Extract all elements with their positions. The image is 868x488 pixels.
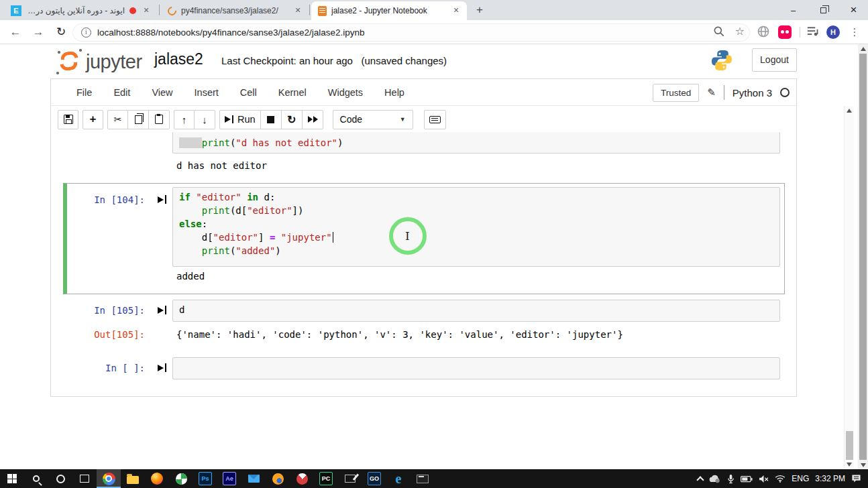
- run-cell-icon[interactable]: [158, 363, 166, 372]
- tab-evand[interactable]: E ایوند - دوره آنلاین پایتون در بازا ×: [4, 1, 157, 20]
- logout-button[interactable]: Logout: [752, 48, 797, 72]
- taskbar-mail[interactable]: [241, 469, 266, 488]
- action-center-icon[interactable]: [851, 474, 861, 483]
- cut-cell-button[interactable]: ✂: [107, 110, 128, 129]
- search-button[interactable]: [24, 469, 48, 488]
- taskbar-terminal[interactable]: [411, 469, 435, 488]
- notebook-title[interactable]: jalase2: [154, 50, 203, 68]
- command-palette-button[interactable]: [424, 110, 446, 129]
- code-cell-input[interactable]: d: [172, 300, 780, 322]
- move-cell-up-button[interactable]: ↑: [174, 110, 195, 129]
- forward-button[interactable]: →: [30, 23, 47, 41]
- tab-close-icon[interactable]: ×: [141, 5, 152, 16]
- new-tab-button[interactable]: +: [471, 2, 488, 18]
- battery-icon[interactable]: [741, 475, 753, 483]
- taskbar-orange-app[interactable]: [266, 469, 290, 488]
- browser-menu-icon[interactable]: ⋮: [848, 25, 861, 39]
- trusted-button[interactable]: Trusted: [653, 84, 699, 102]
- restart-run-all-button[interactable]: [303, 110, 323, 129]
- taskbar-file-explorer[interactable]: [121, 469, 145, 488]
- taskbar-edge[interactable]: e: [386, 469, 411, 488]
- terminal-icon: [417, 475, 429, 483]
- taskbar-recorder[interactable]: [290, 469, 314, 488]
- onedrive-icon[interactable]: [709, 475, 721, 483]
- chrome-icon: [103, 473, 115, 485]
- taskbar-firefox[interactable]: [145, 469, 169, 488]
- start-button[interactable]: [0, 469, 24, 488]
- code-cell-input[interactable]: [172, 357, 780, 379]
- clock[interactable]: 3:32 PM: [815, 474, 845, 483]
- url-omnibox[interactable]: i localhost:8888/notebooks/py4finance/sa…: [72, 23, 750, 42]
- code-cell-input[interactable]: if "editor" in d: print(d["editor"])else…: [172, 187, 780, 267]
- menu-view[interactable]: View: [141, 87, 183, 98]
- restore-button[interactable]: [808, 0, 838, 20]
- menu-file[interactable]: File: [66, 87, 103, 98]
- search-icon: [33, 475, 40, 482]
- run-cell-icon[interactable]: [158, 306, 166, 314]
- add-cell-button[interactable]: +: [83, 110, 103, 129]
- taskbar-go-app[interactable]: GO: [362, 469, 386, 488]
- wifi-icon[interactable]: [775, 475, 785, 483]
- minimize-button[interactable]: –: [778, 0, 808, 20]
- run-cell-icon[interactable]: [158, 195, 166, 204]
- window-scrollbar[interactable]: [858, 44, 868, 469]
- task-view-icon: [80, 475, 89, 483]
- taskbar-screen-pen[interactable]: [338, 469, 362, 488]
- playlist-extension-icon[interactable]: [806, 25, 820, 39]
- taskbar-photoshop[interactable]: Ps: [193, 469, 217, 488]
- site-info-icon[interactable]: i: [81, 27, 91, 38]
- cortana-button[interactable]: [48, 469, 72, 488]
- globe-extension-icon[interactable]: [757, 25, 770, 38]
- back-button[interactable]: ←: [7, 23, 24, 41]
- notebook-scrollbar[interactable]: [844, 106, 854, 469]
- menu-kernel[interactable]: Kernel: [268, 87, 317, 98]
- jupyter-logo-dot-icon: [56, 72, 59, 74]
- browser-tab-bar: E ایوند - دوره آنلاین پایتون در بازا × p…: [0, 0, 868, 20]
- bookmark-star-icon[interactable]: ☆: [731, 23, 749, 40]
- volume-muted-icon[interactable]: [759, 475, 769, 483]
- menu-edit[interactable]: Edit: [103, 87, 141, 98]
- tray-expand-icon[interactable]: [697, 476, 704, 483]
- taskbar-after-effects[interactable]: Ae: [217, 469, 241, 488]
- close-window-button[interactable]: ×: [838, 0, 868, 20]
- red-circle-icon: [296, 473, 308, 485]
- scroll-up-icon[interactable]: [858, 44, 868, 53]
- move-cell-down-button[interactable]: ↓: [195, 110, 215, 129]
- scroll-down-icon[interactable]: [845, 460, 854, 469]
- language-indicator[interactable]: ENG: [792, 474, 809, 483]
- jupyter-logo[interactable]: jupyter: [59, 51, 160, 74]
- taskbar-pycharm[interactable]: PC: [314, 469, 338, 488]
- scrollbar-thumb[interactable]: [846, 431, 853, 460]
- url-text[interactable]: localhost:8888/notebooks/py4finance/sans…: [97, 27, 365, 38]
- cell-type-dropdown[interactable]: Code ▼: [333, 110, 413, 129]
- taskbar-chrome[interactable]: [97, 469, 121, 488]
- scroll-down-icon[interactable]: [858, 461, 868, 469]
- pink-extension-icon[interactable]: [778, 25, 792, 39]
- restart-kernel-button[interactable]: ↻: [282, 110, 303, 129]
- tab-close-icon[interactable]: ×: [292, 5, 303, 16]
- interrupt-kernel-button[interactable]: [261, 110, 282, 129]
- reload-button[interactable]: ↻: [52, 23, 70, 41]
- microphone-icon[interactable]: [727, 474, 735, 484]
- evand-favicon-icon: E: [11, 5, 21, 16]
- code-cell-input[interactable]: print("d has not editor"): [172, 132, 780, 154]
- tab-jupyter-tree[interactable]: py4finance/sanse3/jalase2/ ×: [161, 1, 309, 20]
- taskbar-downloader[interactable]: [169, 469, 193, 488]
- tab-separator: [159, 5, 160, 15]
- zoom-page-icon[interactable]: [712, 25, 726, 38]
- tab-jupyter-notebook[interactable]: jalase2 - Jupyter Notebook ×: [311, 1, 467, 20]
- save-button[interactable]: [58, 110, 78, 129]
- scroll-up-icon[interactable]: [845, 106, 854, 115]
- browser-address-bar: ← → ↻ i localhost:8888/notebooks/py4fina…: [0, 20, 868, 44]
- menu-help[interactable]: Help: [374, 87, 415, 98]
- run-cell-button[interactable]: Run: [219, 110, 261, 129]
- profile-avatar[interactable]: H: [826, 25, 840, 39]
- tab-close-icon[interactable]: ×: [451, 5, 462, 16]
- task-view-button[interactable]: [72, 469, 97, 488]
- menu-widgets[interactable]: Widgets: [317, 87, 374, 98]
- menu-cell[interactable]: Cell: [229, 87, 268, 98]
- menu-insert[interactable]: Insert: [184, 87, 229, 98]
- paste-cell-button[interactable]: [149, 110, 170, 129]
- scrollbar-thumb[interactable]: [859, 54, 867, 460]
- copy-cell-button[interactable]: [128, 110, 149, 129]
